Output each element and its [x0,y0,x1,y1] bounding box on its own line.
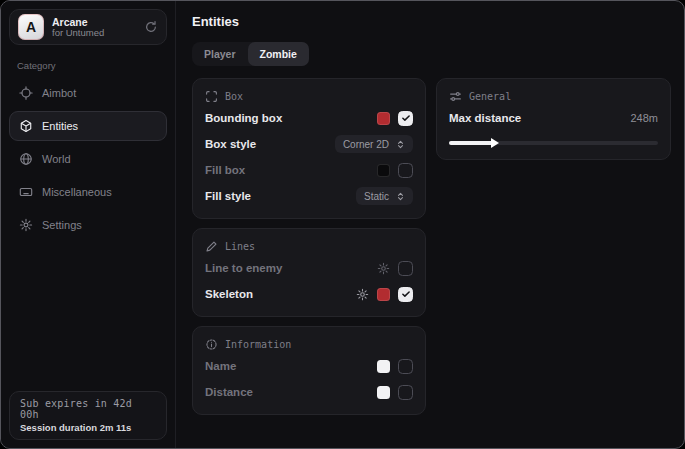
sidebar-item-settings[interactable]: Settings [9,210,167,240]
sidebar-item-label: Miscellaneous [42,186,112,198]
brand-card: A Arcane for Untumed [9,9,167,45]
setting-label: Max distance [449,112,521,124]
pencil-icon [205,240,218,253]
sidebar-item-label: Settings [42,219,82,231]
gear-icon[interactable] [377,262,390,275]
section-title: General [469,91,511,102]
section-title: Lines [225,241,255,252]
color-swatch[interactable] [377,386,390,399]
general-section: General Max distance 248m [436,78,671,160]
section-title: Information [225,339,291,350]
color-swatch[interactable] [377,360,390,373]
setting-row-line-to-enemy: Line to enemy [205,257,413,279]
setting-row-skeleton: Skeleton [205,283,413,305]
globe-icon [19,152,33,166]
setting-label: Fill style [205,190,251,202]
gear-icon [19,218,33,232]
sub-expires-text: Sub expires in 42d 00h [20,398,156,420]
sidebar: A Arcane for Untumed Category Aimbot [1,1,176,448]
information-section: Information Name Distance [192,326,426,415]
gear-icon[interactable] [356,288,369,301]
sidebar-item-entities[interactable]: Entities [9,111,167,141]
checkbox[interactable] [398,359,413,374]
crosshair-icon [19,86,33,100]
dropdown-value: Corner 2D [343,139,389,150]
setting-row-box-style: Box style Corner 2D [205,133,413,155]
setting-label: Bounding box [205,112,282,124]
setting-label: Fill box [205,164,245,176]
brand-logo: A [18,14,44,40]
checkbox[interactable] [398,287,413,302]
keyboard-icon [19,185,33,199]
lines-section: Lines Line to enemy [192,228,426,317]
chevron-up-down-icon [396,191,405,202]
subscription-card: Sub expires in 42d 00h Session duration … [9,391,167,440]
setting-row-bounding-box: Bounding box [205,107,413,129]
slider-fill [449,141,495,145]
setting-row-distance: Distance [205,381,413,403]
setting-row-max-distance: Max distance 248m [449,107,658,129]
setting-label: Distance [205,386,253,398]
brand-title: Arcane [52,16,104,28]
setting-label: Skeleton [205,288,253,300]
checkbox[interactable] [398,261,413,276]
max-distance-slider[interactable] [449,138,658,148]
sidebar-item-label: World [42,153,71,165]
dropdown-value: Static [364,191,389,202]
sliders-icon [449,90,462,103]
refresh-icon[interactable] [144,20,158,34]
page-title: Entities [192,14,671,29]
setting-row-fill-box: Fill box [205,159,413,181]
entities-icon [19,119,33,133]
section-title: Box [225,91,243,102]
slider-value: 248m [630,112,658,124]
sidebar-item-label: Entities [42,120,78,132]
box-section: Box Bounding box Box style [192,78,426,219]
info-icon [205,338,218,351]
color-swatch[interactable] [377,112,390,125]
sidebar-item-label: Aimbot [42,87,76,99]
checkbox[interactable] [398,385,413,400]
checkbox[interactable] [398,111,413,126]
setting-row-name: Name [205,355,413,377]
brand-subtitle: for Untumed [52,28,104,39]
setting-label: Name [205,360,236,372]
fill-style-dropdown[interactable]: Static [356,187,413,205]
tab-group: Player Zombie [192,42,309,66]
box-corners-icon [205,90,218,103]
app-window: A Arcane for Untumed Category Aimbot [0,0,685,449]
main-panel: Entities Player Zombie Box [176,1,684,448]
sidebar-item-world[interactable]: World [9,144,167,174]
sidebar-item-miscellaneous[interactable]: Miscellaneous [9,177,167,207]
box-style-dropdown[interactable]: Corner 2D [335,135,413,153]
slider-thumb[interactable] [491,138,499,148]
tab-zombie[interactable]: Zombie [248,42,309,66]
setting-label: Line to enemy [205,262,282,274]
color-swatch[interactable] [377,288,390,301]
sidebar-item-aimbot[interactable]: Aimbot [9,78,167,108]
setting-label: Box style [205,138,256,150]
chevron-up-down-icon [396,139,405,150]
checkbox[interactable] [398,163,413,178]
tab-player[interactable]: Player [192,42,248,66]
session-duration-text: Session duration 2m 11s [20,422,156,433]
category-label: Category [17,60,159,71]
color-swatch[interactable] [377,164,390,177]
setting-row-fill-style: Fill style Static [205,185,413,207]
